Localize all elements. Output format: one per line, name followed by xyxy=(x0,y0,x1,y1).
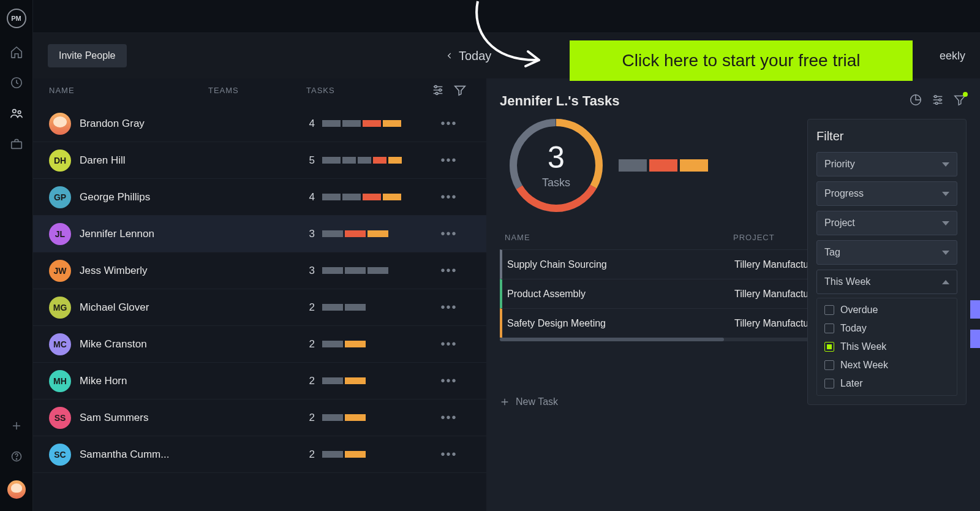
task-status-bars xyxy=(322,230,388,237)
task-status-bars xyxy=(322,377,366,384)
plus-icon xyxy=(500,397,510,407)
user-row[interactable]: SSSam Summers 2 ••• xyxy=(33,399,486,436)
task-count: 4 xyxy=(306,118,315,130)
current-user-avatar[interactable] xyxy=(7,480,26,499)
more-menu-icon[interactable]: ••• xyxy=(428,190,470,204)
task-status-bars xyxy=(322,120,401,127)
user-name: Mike Cranston xyxy=(80,338,147,350)
user-name: Sam Summers xyxy=(80,412,148,424)
filter-option[interactable]: Next Week xyxy=(824,360,949,371)
briefcase-icon[interactable] xyxy=(10,137,23,151)
sliders-icon[interactable] xyxy=(931,93,944,107)
user-row[interactable]: MCMike Cranston 2 ••• xyxy=(33,326,486,363)
filter-title: Filter xyxy=(816,129,957,143)
home-icon[interactable] xyxy=(10,45,23,59)
user-row[interactable]: SCSamantha Cumm... 2 ••• xyxy=(33,436,486,473)
checkbox-icon xyxy=(824,305,834,315)
more-menu-icon[interactable]: ••• xyxy=(428,374,470,388)
clock-icon[interactable] xyxy=(10,76,23,89)
people-icon[interactable] xyxy=(10,107,23,120)
avatar: SS xyxy=(49,407,71,429)
user-row[interactable]: JWJess Wimberly 3 ••• xyxy=(33,252,486,289)
sliders-icon[interactable] xyxy=(431,83,445,97)
filter-option[interactable]: Today xyxy=(824,323,949,334)
user-name: Mike Horn xyxy=(80,375,127,387)
task-count: 2 xyxy=(306,338,315,350)
user-row[interactable]: Brandon Gray 4 ••• xyxy=(33,105,486,142)
nav-rail: PM xyxy=(0,0,33,511)
svg-point-12 xyxy=(935,102,938,105)
filter-select-tag[interactable]: Tag xyxy=(816,240,957,265)
date-navigator[interactable]: Today xyxy=(445,49,491,63)
more-menu-icon[interactable]: ••• xyxy=(428,447,470,461)
topbar xyxy=(33,0,980,33)
task-status-bars xyxy=(322,157,402,164)
filter-select-priority[interactable]: Priority xyxy=(816,152,957,176)
chart-pie-icon[interactable] xyxy=(909,93,922,107)
task-count: 2 xyxy=(306,412,315,424)
task-status-bars xyxy=(322,194,401,200)
filter-select-timeframe[interactable]: This Week xyxy=(816,270,957,294)
filter-options: OverdueTodayThis WeekNext WeekLater xyxy=(816,298,957,396)
user-row[interactable]: MGMichael Glover 2 ••• xyxy=(33,289,486,326)
more-menu-icon[interactable]: ••• xyxy=(428,153,470,167)
view-toggle[interactable]: eekly xyxy=(940,50,965,62)
svg-rect-3 xyxy=(11,142,21,148)
task-count: 3 xyxy=(306,265,315,277)
avatar: SC xyxy=(49,444,71,466)
user-row[interactable]: JLJennifer Lennon 3 ••• xyxy=(33,216,486,252)
more-menu-icon[interactable]: ••• xyxy=(428,411,470,425)
chevron-up-icon xyxy=(942,280,949,284)
task-status-bars xyxy=(322,304,366,311)
more-menu-icon[interactable]: ••• xyxy=(428,116,470,131)
avatar: JL xyxy=(49,223,71,245)
task-count: 2 xyxy=(306,375,315,387)
user-row[interactable]: MHMike Horn 2 ••• xyxy=(33,363,486,399)
chevron-left-icon[interactable] xyxy=(445,51,454,60)
app-logo[interactable]: PM xyxy=(7,9,26,28)
avatar: DH xyxy=(49,150,71,172)
avatar: GP xyxy=(49,186,71,208)
tasks-donut-chart: 3 Tasks xyxy=(506,115,606,216)
mini-status-bar xyxy=(619,159,708,172)
more-menu-icon[interactable]: ••• xyxy=(428,263,470,278)
today-label: Today xyxy=(459,49,491,63)
svg-point-11 xyxy=(939,99,941,101)
user-row[interactable]: DHDaren Hill 5 ••• xyxy=(33,142,486,179)
help-icon[interactable] xyxy=(10,450,23,463)
checkbox-icon xyxy=(824,360,834,370)
invite-people-button[interactable]: Invite People xyxy=(48,44,127,67)
plus-icon[interactable] xyxy=(10,419,23,433)
filter-select-project[interactable]: Project xyxy=(816,211,957,235)
task-name: Supply Chain Sourcing xyxy=(507,259,734,270)
more-menu-icon[interactable]: ••• xyxy=(428,337,470,351)
cta-free-trial[interactable]: Click here to start your free trial xyxy=(570,40,913,81)
filter-option[interactable]: Later xyxy=(824,378,949,389)
task-status-bars xyxy=(322,451,366,458)
more-menu-icon[interactable]: ••• xyxy=(428,300,470,314)
user-name: Jennifer Lennon xyxy=(80,228,154,240)
filter-icon[interactable] xyxy=(953,93,967,107)
edge-indicator xyxy=(970,300,980,319)
svg-point-5 xyxy=(16,459,17,460)
user-row[interactable]: GPGeorge Phillips 4 ••• xyxy=(33,179,486,216)
filter-icon[interactable] xyxy=(453,83,467,97)
filter-option[interactable]: This Week xyxy=(824,341,949,352)
task-name: Safety Design Meeting xyxy=(507,318,734,329)
col-name: NAME xyxy=(49,86,208,95)
task-count: 4 xyxy=(306,191,315,203)
task-count: 5 xyxy=(306,154,315,167)
filter-panel: Filter PriorityProgressProjectTag This W… xyxy=(807,119,967,405)
task-status-bars xyxy=(322,414,366,421)
task-count: 2 xyxy=(306,301,315,314)
more-menu-icon[interactable]: ••• xyxy=(428,227,470,241)
filter-select-progress[interactable]: Progress xyxy=(816,181,957,206)
filter-option[interactable]: Overdue xyxy=(824,305,949,316)
avatar: MH xyxy=(49,370,71,392)
avatar: MC xyxy=(49,333,71,355)
col-tasks: TASKS xyxy=(306,86,428,95)
col-task-name: NAME xyxy=(505,233,733,242)
chevron-down-icon xyxy=(942,162,949,167)
svg-point-2 xyxy=(18,111,21,114)
svg-point-7 xyxy=(439,89,442,91)
